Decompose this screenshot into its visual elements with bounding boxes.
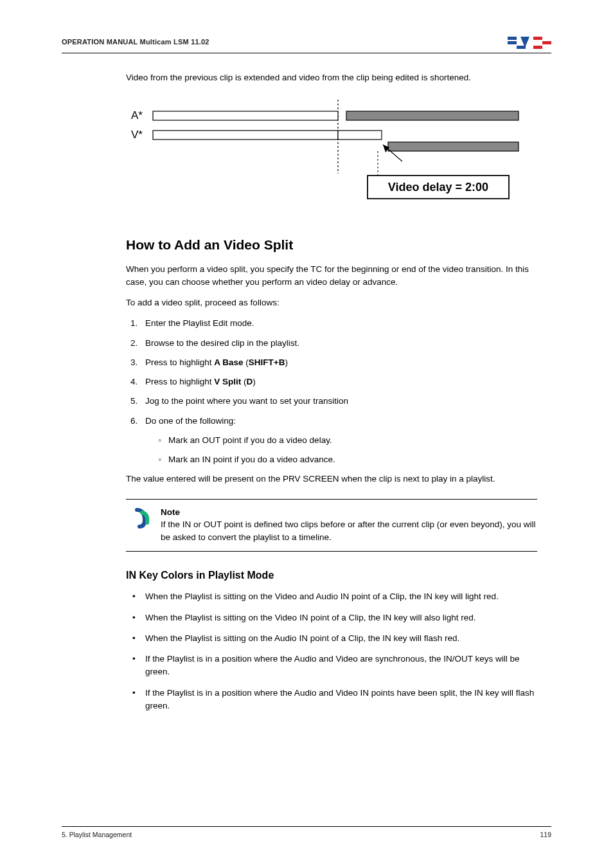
diagram-delay-text: Video delay = 2:00	[388, 181, 488, 194]
bullet-3: When the Playlist is sitting on the Audi…	[126, 632, 537, 645]
svg-rect-1	[508, 41, 517, 44]
svg-rect-10	[153, 131, 338, 140]
section-closing: The value entered will be present on the…	[126, 473, 537, 485]
subsection-heading: IN Key Colors in Playlist Mode	[126, 570, 537, 581]
note-box: Note If the IN or OUT point is defined t…	[126, 499, 537, 552]
step-6a: Mark an OUT point if you do a video dela…	[158, 434, 537, 447]
diagram-label-v: V*	[131, 129, 143, 141]
footer-divider	[62, 826, 551, 827]
svg-rect-12	[388, 142, 519, 151]
section-p2: To add a video split, proceed as follows…	[126, 296, 537, 309]
video-delay-diagram: A* V* Video delay = 2:00	[126, 100, 524, 209]
footer-right: 119	[540, 831, 551, 838]
step-2: Browse to the desired clip in the playli…	[140, 337, 537, 350]
section-heading: How to Add an Video Split	[126, 237, 537, 253]
note-heading: Note	[161, 506, 537, 519]
diagram-label-a: A*	[131, 109, 143, 122]
footer-left: 5. Playlist Management	[62, 831, 132, 838]
svg-rect-6	[533, 46, 542, 49]
svg-rect-0	[508, 37, 517, 40]
step-1: Enter the Playlist Edit mode.	[140, 317, 537, 330]
intro-text: Video from the previous clip is extended…	[126, 71, 537, 84]
note-body: If the IN or OUT point is defined two cl…	[161, 520, 536, 542]
svg-rect-2	[517, 46, 526, 49]
content-area: Video from the previous clip is extended…	[126, 71, 537, 712]
page-header: OPERATION MANUAL Multicam LSM 11.02	[62, 35, 551, 49]
svg-rect-11	[338, 131, 382, 140]
bullet-5: If the Playlist is in a position where t…	[126, 687, 537, 713]
svg-rect-4	[533, 37, 542, 40]
note-tag-icon	[126, 506, 161, 544]
note-text: Note If the IN or OUT point is defined t…	[161, 506, 537, 544]
step-6: Do one of the following: Mark an OUT poi…	[140, 415, 537, 467]
bullet-1: When the Playlist is sitting on the Vide…	[126, 590, 537, 603]
steps-list: Enter the Playlist Edit mode. Browse to …	[126, 317, 537, 466]
bullet-4: If the Playlist is in a position where t…	[126, 653, 537, 679]
svg-rect-9	[346, 111, 519, 120]
header-title: OPERATION MANUAL Multicam LSM 11.02	[62, 38, 209, 46]
step-3: Press to highlight A Base (SHIFT+B)	[140, 356, 537, 369]
page-footer: 5. Playlist Management 119	[62, 826, 551, 838]
subsection-bullets: When the Playlist is sitting on the Vide…	[126, 590, 537, 712]
step-6b: Mark an IN point if you do a video advan…	[158, 453, 537, 466]
step-6-sublist: Mark an OUT point if you do a video dela…	[145, 434, 537, 467]
section-p1: When you perform a video split, you spec…	[126, 263, 537, 289]
step-5: Jog to the point where you want to set y…	[140, 395, 537, 408]
page: OPERATION MANUAL Multicam LSM 11.02 Vide…	[0, 0, 613, 868]
header-divider	[62, 53, 551, 53]
svg-rect-5	[542, 41, 551, 44]
evs-logo	[508, 35, 551, 49]
svg-rect-8	[153, 111, 338, 120]
step-4: Press to highlight V Split (D)	[140, 375, 537, 388]
bullet-2: When the Playlist is sitting on the Vide…	[126, 611, 537, 624]
